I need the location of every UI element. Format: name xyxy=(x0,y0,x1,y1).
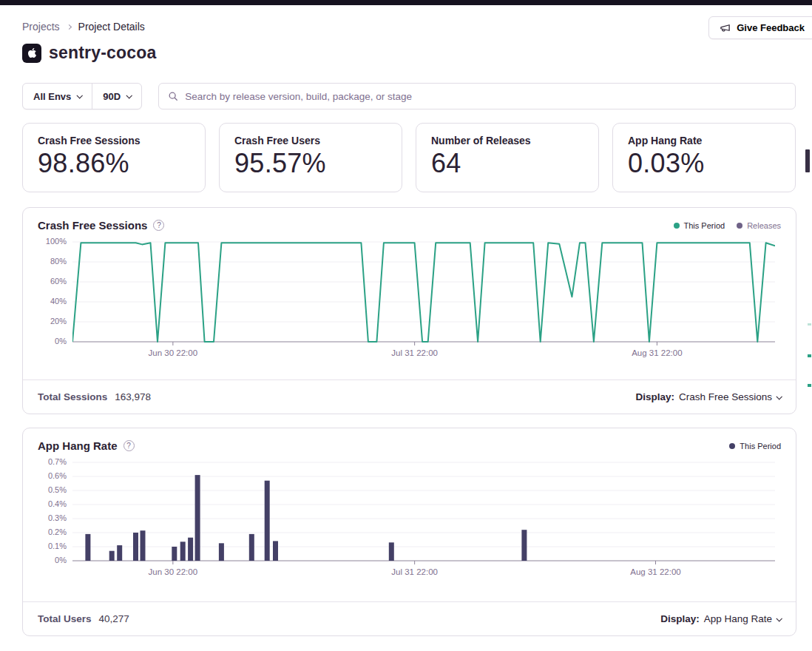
chart-plot-area: 0.7%0.6%0.5%0.4%0.3%0.2%0.1%0% xyxy=(23,459,796,565)
x-axis-labels: Jun 30 22:00Jul 31 22:00Aug 31 22:00 xyxy=(72,565,775,580)
y-axis-tick-label: 0.5% xyxy=(48,485,67,494)
display-value: Crash Free Sessions xyxy=(679,391,772,402)
legend-item-this-period[interactable]: This Period xyxy=(729,442,781,451)
display-label: Display: xyxy=(635,391,674,402)
chevron-right-icon xyxy=(67,24,72,29)
bar-this-period xyxy=(172,547,177,561)
line-series-this-period xyxy=(72,243,775,342)
chart-footer: Total Sessions 163,978 Display: Crash Fr… xyxy=(23,380,796,414)
bar-this-period xyxy=(133,533,138,561)
y-axis-tick-label: 40% xyxy=(50,297,67,306)
total-sessions-value: 163,978 xyxy=(115,391,151,402)
megaphone-icon xyxy=(720,22,731,33)
search-icon xyxy=(168,91,178,101)
x-axis-tick-label: Jun 30 22:00 xyxy=(149,567,198,576)
legend-item-releases[interactable]: Releases xyxy=(737,221,781,230)
cutoff-chart-fragment xyxy=(808,354,811,357)
x-axis-tick-label: Aug 31 22:00 xyxy=(632,348,682,357)
cutoff-chart-fragment xyxy=(808,323,811,326)
period-selector[interactable]: 90D xyxy=(92,84,141,109)
breadcrumb: Projects Project Details xyxy=(22,21,145,33)
chart-legend: This Period Releases xyxy=(674,221,782,230)
environment-selector[interactable]: All Envs xyxy=(23,84,92,109)
x-axis-tick-label: Aug 31 22:00 xyxy=(630,567,680,576)
environment-period-selector: All Envs 90D xyxy=(22,83,142,109)
stat-card-number-of-releases: Number of Releases 64 xyxy=(416,123,599,192)
cutoff-chart-fragment xyxy=(808,384,811,387)
y-axis-tick-label: 100% xyxy=(46,237,67,246)
legend-label: This Period xyxy=(740,442,781,451)
chevron-down-icon xyxy=(126,92,132,98)
y-axis-tick-label: 80% xyxy=(50,257,67,266)
display-selector[interactable]: Display: Crash Free Sessions xyxy=(635,391,781,402)
x-axis-labels: Jun 30 22:00Jul 31 22:00Aug 31 22:00 xyxy=(72,346,775,361)
display-value: App Hang Rate xyxy=(704,613,772,624)
environment-selector-label: All Envs xyxy=(33,91,71,102)
period-selector-label: 90D xyxy=(103,91,121,102)
cutoff-stat-fragment xyxy=(805,149,810,172)
legend-item-this-period[interactable]: This Period xyxy=(674,221,725,230)
y-axis-labels: 0.7%0.6%0.5%0.4%0.3%0.2%0.1%0% xyxy=(23,459,72,565)
legend-label: This Period xyxy=(684,221,725,230)
chart-title: App Hang Rate xyxy=(38,439,118,452)
x-axis-tick-label: Jul 31 22:00 xyxy=(391,567,438,576)
stat-label: Crash Free Sessions xyxy=(38,135,190,146)
chevron-down-icon xyxy=(77,92,83,98)
bar-this-period xyxy=(188,538,193,561)
y-axis-tick-label: 0% xyxy=(55,337,67,345)
app-hang-rate-chart-card: App Hang Rate ? This Period 0.7%0.6%0.5%… xyxy=(22,428,796,636)
legend-label: Releases xyxy=(747,221,781,230)
stat-label: App Hang Rate xyxy=(628,135,780,146)
chart-footer: Total Users 40,277 Display: App Hang Rat… xyxy=(23,601,796,635)
y-axis-tick-label: 0.6% xyxy=(48,471,67,480)
y-axis-tick-label: 0.3% xyxy=(48,513,67,522)
stat-value: 64 xyxy=(431,148,583,179)
search-input[interactable] xyxy=(185,91,786,102)
page-title: sentry-cocoa xyxy=(49,43,157,63)
project-details-page: Projects Project Details Give Feedback s… xyxy=(0,0,812,651)
chart-legend: This Period xyxy=(729,442,781,451)
apple-platform-icon xyxy=(22,44,41,63)
display-label: Display: xyxy=(660,613,700,624)
release-search-box xyxy=(158,83,796,109)
bar-this-period xyxy=(85,534,90,561)
crash-free-sessions-line-chart xyxy=(72,239,775,346)
y-axis-tick-label: 0.4% xyxy=(48,499,67,508)
bar-this-period xyxy=(117,545,122,561)
y-axis-tick-label: 60% xyxy=(50,277,67,286)
bar-this-period xyxy=(141,530,146,561)
give-feedback-button[interactable]: Give Feedback xyxy=(708,16,812,39)
y-axis-tick-label: 0.2% xyxy=(48,527,67,536)
total-sessions-label: Total Sessions xyxy=(38,391,107,402)
bar-this-period xyxy=(521,530,527,561)
y-axis-tick-label: 0% xyxy=(55,556,67,564)
bar-this-period xyxy=(249,534,254,561)
crash-free-sessions-chart-card: Crash Free Sessions ? This Period Releas… xyxy=(22,207,796,414)
stat-label: Crash Free Users xyxy=(234,135,387,146)
stat-value: 95.57% xyxy=(234,148,387,179)
total-users-label: Total Users xyxy=(38,613,92,624)
filter-bar: All Envs 90D xyxy=(22,83,796,109)
chart-header: Crash Free Sessions ? This Period Releas… xyxy=(23,208,796,239)
y-axis-tick-label: 0.7% xyxy=(48,457,67,466)
bar-this-period xyxy=(219,543,224,561)
project-header: sentry-cocoa xyxy=(22,43,157,63)
stats-summary-row: Crash Free Sessions 98.86% Crash Free Us… xyxy=(22,123,796,192)
window-top-bar xyxy=(0,0,812,5)
stat-label: Number of Releases xyxy=(431,135,583,146)
help-icon[interactable]: ? xyxy=(153,220,164,231)
chart-title: Crash Free Sessions xyxy=(38,219,147,232)
help-icon[interactable]: ? xyxy=(124,440,135,451)
breadcrumb-projects-link[interactable]: Projects xyxy=(22,21,60,33)
x-axis-tick-label: Jul 31 22:00 xyxy=(391,348,438,357)
stat-value: 98.86% xyxy=(38,148,190,179)
app-hang-rate-bar-chart xyxy=(72,459,775,565)
legend-dot xyxy=(737,223,742,229)
give-feedback-label: Give Feedback xyxy=(737,22,805,33)
bar-this-period xyxy=(273,541,278,561)
chevron-down-icon xyxy=(776,394,782,399)
x-axis-tick-label: Jun 30 22:00 xyxy=(149,348,198,357)
bar-this-period xyxy=(265,481,270,561)
display-selector[interactable]: Display: App Hang Rate xyxy=(660,613,781,624)
chevron-down-icon xyxy=(776,615,782,621)
